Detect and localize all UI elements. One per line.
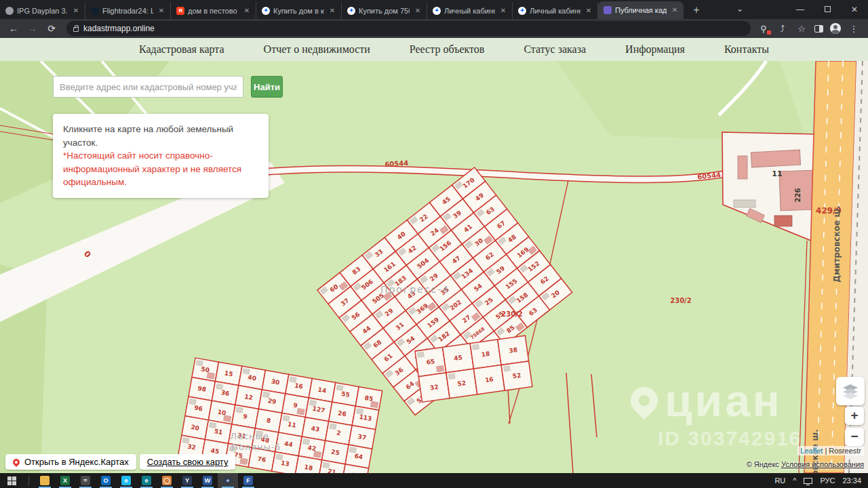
nav-item-2[interactable]: Реестр объектов — [410, 43, 485, 56]
create-map-button[interactable]: Создать свою карту — [140, 454, 236, 470]
browser-tab[interactable]: ✦Купить дом в коттедж✕ — [256, 2, 342, 19]
browser-toolbar: ← → ⟳ kadastrmapp.online ⚲ ⤴ ☆ ⋮ — [0, 19, 868, 38]
tab-search-icon[interactable]: ⌄ — [728, 0, 751, 19]
svg-text:Лесные: Лесные — [230, 431, 269, 441]
clock[interactable]: 23:34 — [842, 476, 861, 485]
cian-favicon-icon: ✦ — [518, 7, 526, 15]
terms-link[interactable]: Условия использования — [781, 460, 864, 468]
tab-title: Публичная кадастров — [615, 6, 667, 14]
explorer-taskbar-icon[interactable] — [35, 473, 55, 488]
notification-badge — [767, 30, 771, 35]
address-bar[interactable]: kadastrmapp.online — [66, 21, 751, 36]
zoom-out-button[interactable]: − — [845, 428, 864, 446]
parcel-number[interactable]: 65 — [426, 358, 435, 366]
tab-close-icon[interactable]: ✕ — [328, 6, 337, 16]
browser-tab[interactable]: ✦Купить дом 750м² ул✕ — [342, 2, 427, 19]
browser-active-taskbar-icon[interactable]: ● — [218, 473, 238, 488]
url-text[interactable]: kadastrmapp.online — [83, 24, 155, 33]
map-action-buttons: Открыть в Яндекс.Картах Создать свою кар… — [5, 454, 235, 470]
minimize-button[interactable]: — — [787, 0, 814, 19]
profile-avatar[interactable] — [830, 23, 841, 34]
calculator-icon: = — [81, 476, 90, 485]
layers-button[interactable] — [836, 377, 865, 405]
edge-taskbar-icon[interactable]: e — [136, 473, 157, 488]
parcel-number[interactable]: 32 — [429, 384, 439, 392]
browser-tab[interactable]: ✦Личный кабинет ЦИА✕ — [427, 2, 513, 19]
search-input[interactable] — [53, 76, 243, 98]
tab-title: Купить дом в коттедж — [273, 7, 324, 15]
menu-kebab-icon[interactable]: ⋮ — [848, 24, 860, 34]
map-search: Найти — [53, 76, 283, 98]
open-in-yandex-maps-button[interactable]: Открыть в Яндекс.Картах — [5, 454, 136, 470]
nav-item-0[interactable]: Кадастровая карта — [139, 43, 224, 56]
browser-tab[interactable]: ✦Личный кабинет ЦИА✕ — [513, 2, 598, 19]
yandex-browser-taskbar-icon[interactable]: Y — [177, 473, 197, 488]
parcel-number[interactable]: 52 — [457, 380, 467, 388]
nav-item-4[interactable]: Информация — [625, 43, 685, 56]
browser-tab[interactable]: Flightradar24: Live Flig✕ — [85, 2, 171, 19]
flightradar-taskbar-icon[interactable]: F — [238, 473, 258, 488]
nav-item-3[interactable]: Статус заказа — [524, 43, 586, 56]
tab-close-icon[interactable]: ✕ — [71, 6, 81, 16]
back-button[interactable]: ← — [5, 20, 22, 37]
tab-close-icon[interactable]: ✕ — [498, 6, 508, 16]
start-button[interactable] — [0, 473, 23, 488]
window-controls: ⌄ — ✕ — [728, 0, 868, 19]
close-window-button[interactable]: ✕ — [841, 0, 868, 19]
tab-close-icon[interactable]: ✕ — [242, 6, 252, 16]
tray-chevron-icon[interactable]: ^ — [793, 476, 796, 485]
tab-close-icon[interactable]: ✕ — [157, 6, 166, 16]
nav-item-5[interactable]: Контакты — [724, 43, 769, 56]
word-taskbar-icon[interactable]: W — [197, 473, 218, 488]
flightradar-icon: F — [243, 476, 253, 485]
language-indicator[interactable]: РУС — [820, 476, 835, 485]
yandex-attribution: © Яндекс Условия использования — [747, 460, 864, 468]
leaflet-attribution: Leaflet | Rosreestr — [797, 446, 864, 455]
ie-taskbar-icon[interactable]: e — [116, 473, 136, 488]
tab-title: Купить дом 750м² ул — [359, 7, 410, 15]
search-button[interactable]: Найти — [251, 76, 283, 98]
nav-item-1[interactable]: Отчет о недвижимости — [264, 43, 370, 56]
forward-button[interactable]: → — [24, 20, 41, 37]
map-favicon-icon — [604, 6, 612, 14]
parcel-number[interactable]: 16 — [485, 375, 494, 384]
parcel-number[interactable]: 21 — [327, 468, 336, 473]
side-panel-icon[interactable] — [814, 25, 823, 33]
calculator-taskbar-icon[interactable]: = — [75, 473, 96, 488]
cian-favicon-icon: ✦ — [347, 7, 355, 15]
excel-taskbar-icon[interactable]: X — [55, 473, 75, 488]
browser-tab[interactable]: IPG Dayplan 3.0✕ — [0, 2, 85, 19]
maximize-button[interactable] — [814, 0, 841, 19]
tab-close-icon[interactable]: ✕ — [413, 6, 422, 16]
outlook-icon: O — [101, 476, 111, 485]
toolbar-icons: ⚲ ⤴ ☆ ⋮ — [757, 23, 863, 34]
keyboard-layout-short[interactable]: RU — [774, 476, 785, 485]
new-tab-button[interactable]: + — [688, 1, 705, 19]
tab-title: дом в пестово купить — [188, 7, 239, 15]
leaflet-link[interactable]: Leaflet — [800, 447, 823, 455]
parcel-number[interactable]: 45 — [454, 354, 463, 362]
reload-button[interactable]: ⟳ — [43, 20, 60, 37]
ie-icon: e — [121, 476, 131, 485]
parcel-number[interactable]: 52 — [512, 372, 521, 380]
tab-close-icon[interactable]: ✕ — [670, 5, 679, 15]
extension-icon[interactable]: ⚲ — [757, 24, 770, 34]
browser-tab[interactable]: Публичная кадастров✕ — [598, 1, 684, 19]
network-icon[interactable] — [804, 478, 812, 484]
browser-tab[interactable]: Ядом в пестово купить✕ — [171, 2, 256, 19]
taskbar-divider — [28, 476, 29, 485]
map-canvas[interactable]: 6083334022451703750616142243949565051835… — [0, 61, 868, 473]
bookmark-icon[interactable]: ☆ — [795, 24, 808, 34]
explorer-icon — [40, 476, 50, 485]
parcel-number[interactable]: 38 — [509, 346, 518, 354]
outlook-taskbar-icon[interactable]: O — [96, 473, 116, 488]
svg-text:Поляны-5: Поляны-5 — [231, 442, 281, 452]
radar-favicon-icon — [91, 7, 99, 15]
lock-icon — [73, 27, 79, 32]
app-color-taskbar-icon[interactable]: ◯ — [157, 473, 177, 488]
windows-logo-icon — [7, 476, 16, 485]
tab-close-icon[interactable]: ✕ — [584, 6, 593, 16]
parcel-number[interactable]: 18 — [481, 350, 490, 359]
zoom-in-button[interactable]: + — [845, 407, 864, 425]
share-icon[interactable]: ⤴ — [776, 24, 789, 34]
